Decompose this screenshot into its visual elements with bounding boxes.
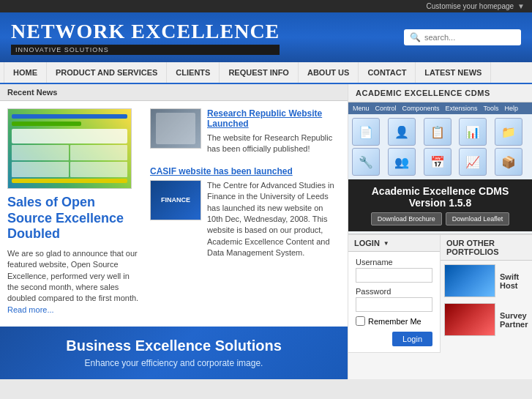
portfolio-item-2: Survey Partner [444,303,528,336]
cdms-buttons: Download Brochure Download Leaflet [356,212,525,225]
search-input[interactable] [424,33,512,42]
content-area: Recent News [0,84,348,379]
cdms-brochure-button[interactable]: Download Brochure [371,212,442,225]
cdms-help[interactable]: Help [505,105,519,112]
image-bar-1 [12,114,127,119]
portfolio-header: Our Other Portfolios [441,235,532,261]
news-thumb-2: FINANCE [150,180,201,220]
read-more-link[interactable]: Read more... [7,305,54,314]
cdms-control[interactable]: Control [375,105,397,112]
cdms-extensions[interactable]: Extensions [446,105,478,112]
header-left: Network Excellence Innovative Solutions [11,20,280,55]
cdms-icon-3: 📋 [424,118,452,146]
cdms-banner: Academic Excellence CDMS Version 1.5.8 D… [348,179,532,231]
cdms-leaflet-button[interactable]: Download Leaflet [446,212,510,225]
cdms-icon-4: 📊 [459,118,487,146]
portfolios-section: Swift Host Survey Partner [441,261,532,346]
news-item-2-content: FINANCE The Centre for Advanced Studies … [150,180,340,259]
news-item-2: CASIF website has been launched FINANCE … [150,166,340,259]
grid-cell-2 [70,145,127,160]
cdms-tools[interactable]: Tools [484,105,499,112]
cdms-icon-5: 📁 [495,118,522,146]
cdms-title-text: Academic Excellence CDMS [356,89,490,97]
password-input[interactable] [356,297,432,312]
news-body: Sales of Open Source Excellence Doubled … [0,101,348,323]
header: Network Excellence Innovative Solutions … [0,12,532,62]
portfolio-item-1: Swift Host [444,264,528,297]
portfolio-thumb-1 [444,264,495,297]
nav-clients[interactable]: Clients [167,62,220,83]
recent-news-header: Recent News [0,84,348,101]
featured-left: Sales of Open Source Excellence Doubled … [7,108,139,316]
nav-home[interactable]: Home [4,62,47,83]
top-bar: Customise your homepage ▼ [0,0,532,12]
image-bar-3 [12,179,127,183]
login-arrow-icon: ▼ [383,240,389,247]
recent-news-tab[interactable]: Recent News [7,88,57,97]
username-label: Username [356,258,432,266]
search-icon: 🔍 [410,32,421,42]
sidebar-two-col: Login ▼ Username Password Remember Me [348,234,532,353]
portfolio-label: Our Other Portfolios [446,239,526,256]
search-box: 🔍 [404,29,521,45]
nav-products[interactable]: Product and Services [47,62,167,83]
image-block-1 [12,129,127,143]
chevron-down-icon[interactable]: ▼ [517,2,525,10]
cdms-icon-1: 📄 [352,118,380,146]
nav-about[interactable]: About Us [299,62,359,83]
remember-checkbox[interactable] [356,316,365,326]
password-label: Password [356,287,432,296]
portfolio-column: Our Other Portfolios Swift Host Survey P… [441,235,532,353]
cdms-admin-bar: Menu Control Components Extensions Tools… [348,102,532,114]
cdms-icon-8: 📅 [424,148,452,176]
cdms-menu[interactable]: Menu [353,105,370,112]
featured-image [7,108,132,189]
portfolio-name-1[interactable]: Swift Host [500,272,528,290]
cdms-version-text: Academic Excellence CDMS Version 1.5.8 [356,185,525,209]
login-label: Login [354,239,380,247]
portfolio-name-2[interactable]: Survey Partner [500,311,528,329]
portfolio-thumb-2 [444,303,495,336]
cdms-icon-2: 👤 [388,118,416,146]
nav-news[interactable]: Latest News [416,62,491,83]
login-button[interactable]: Login [392,332,432,346]
username-input[interactable] [356,268,432,283]
blue-banner-subtitle: Enhance your efficiency and corporate im… [11,358,337,368]
blue-banner: Business Excellence Solutions Enhance yo… [0,327,348,379]
cdms-section-title: Academic Excellence CDMS [348,84,532,102]
login-section: Username Password Remember Me Login [348,252,440,353]
cdms-icons-grid: 📄 👤 📋 📊 📁 🔧 👥 📅 📈 📦 [348,114,532,179]
blue-banner-title: Business Excellence Solutions [11,338,337,354]
featured-title[interactable]: Sales of Open Source Excellence Doubled [7,195,139,242]
main-wrapper: Recent News [0,84,532,379]
right-sidebar: Academic Excellence CDMS Menu Control Co… [348,84,532,379]
image-grid [12,145,127,177]
image-bar-2 [12,122,81,126]
login-header: Login ▼ [348,235,440,252]
featured-image-inner [8,109,131,188]
news-thumb-1 [150,108,201,149]
cdms-image: Menu Control Components Extensions Tools… [348,102,532,234]
remember-label: Remember Me [368,317,422,326]
grid-cell-4 [70,162,127,177]
nav-contact[interactable]: Contact [359,62,416,83]
customize-label[interactable]: Customise your homepage [427,2,514,10]
cdms-components[interactable]: Components [402,105,440,112]
news-item-1-title[interactable]: Research Republic Website Launched [207,108,340,129]
news-item-1-text: Research Republic Website Launched The w… [207,108,340,155]
thumb-2-text: FINANCE [160,195,192,205]
grid-cell-1 [12,145,69,160]
news-item-2-desc: The Centre for Advanced Studies in Finan… [207,180,340,259]
cdms-icon-7: 👥 [388,148,416,176]
news-item-1-content: Research Republic Website Launched The w… [150,108,340,155]
news-item-2-title[interactable]: CASIF website has been launched [150,166,340,176]
tagline-badge: Innovative Solutions [11,45,280,55]
password-field: Password [356,287,432,312]
grid-cell-3 [12,162,69,177]
featured-description: We are so glad to announce that our feat… [7,248,139,316]
remember-row: Remember Me [356,316,432,326]
news-items: Research Republic Website Launched The w… [150,108,340,316]
nav-request[interactable]: Request Info [220,62,299,83]
cdms-icon-9: 📈 [459,148,487,176]
news-item-1: Research Republic Website Launched The w… [150,108,340,155]
